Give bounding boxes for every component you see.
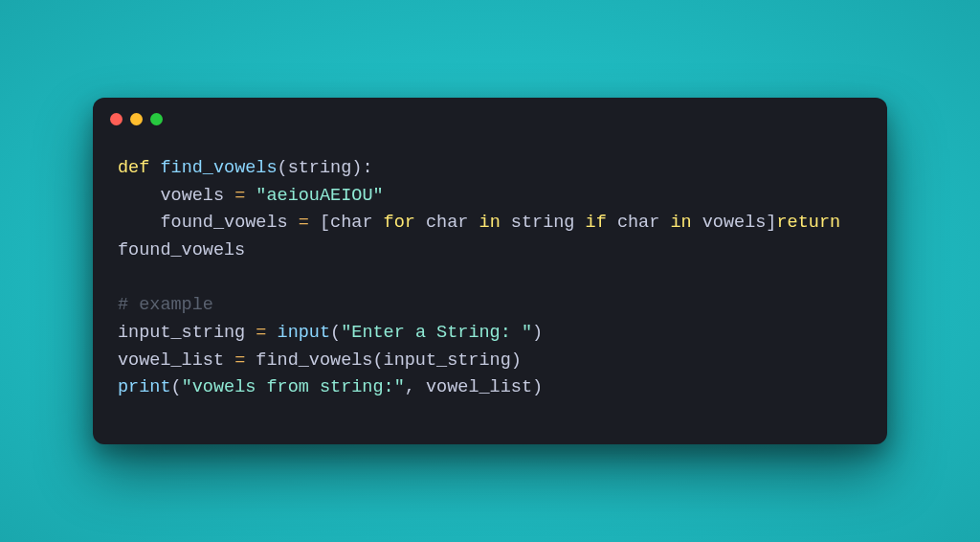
minimize-icon[interactable] bbox=[130, 113, 143, 125]
code-token: = bbox=[234, 350, 245, 371]
code-token: input bbox=[278, 323, 331, 343]
code-token: = bbox=[234, 186, 245, 206]
code-token: char bbox=[607, 213, 671, 233]
code-window: def find_vowels(string): vowels = "aeiou… bbox=[93, 98, 887, 444]
code-token: vowels bbox=[118, 186, 234, 206]
code-token: print bbox=[118, 377, 171, 397]
code-token: find_vowels bbox=[160, 158, 277, 178]
code-token: ): bbox=[351, 158, 372, 178]
code-token: for bbox=[384, 213, 415, 233]
code-token: ( bbox=[171, 377, 182, 397]
close-icon[interactable] bbox=[110, 113, 122, 125]
code-token: in bbox=[479, 213, 501, 233]
code-token: char bbox=[330, 213, 384, 233]
code-token: char bbox=[415, 213, 479, 233]
code-token: [ bbox=[309, 213, 330, 233]
window-titlebar bbox=[93, 98, 887, 142]
code-token: , vowel_list) bbox=[405, 377, 543, 397]
code-token: def bbox=[118, 158, 160, 178]
code-token: = bbox=[299, 213, 309, 233]
code-token bbox=[245, 186, 256, 206]
code-block: def find_vowels(string): vowels = "aeiou… bbox=[93, 142, 887, 444]
code-token bbox=[266, 323, 277, 343]
code-token: ( bbox=[330, 323, 341, 343]
code-token: "Enter a String: " bbox=[341, 323, 532, 343]
code-token: "vowels from string:" bbox=[182, 377, 405, 397]
code-token: "aeiouAEIOU" bbox=[256, 186, 383, 206]
code-token: return bbox=[776, 213, 840, 233]
code-token: = bbox=[256, 323, 266, 343]
code-token: find_vowels(input_string) bbox=[245, 350, 522, 371]
code-token: if bbox=[586, 213, 607, 233]
code-token: ( bbox=[278, 158, 288, 178]
code-token: vowel_list bbox=[118, 350, 234, 371]
code-token: input_string bbox=[118, 323, 256, 343]
code-token: ) bbox=[532, 323, 543, 343]
code-token: vowels] bbox=[692, 213, 777, 233]
code-token: in bbox=[670, 213, 691, 233]
maximize-icon[interactable] bbox=[150, 113, 163, 125]
code-token: string bbox=[288, 158, 352, 178]
code-token: found_vowels bbox=[118, 213, 299, 233]
code-token: string bbox=[501, 213, 586, 233]
code-token: # example bbox=[118, 295, 213, 315]
